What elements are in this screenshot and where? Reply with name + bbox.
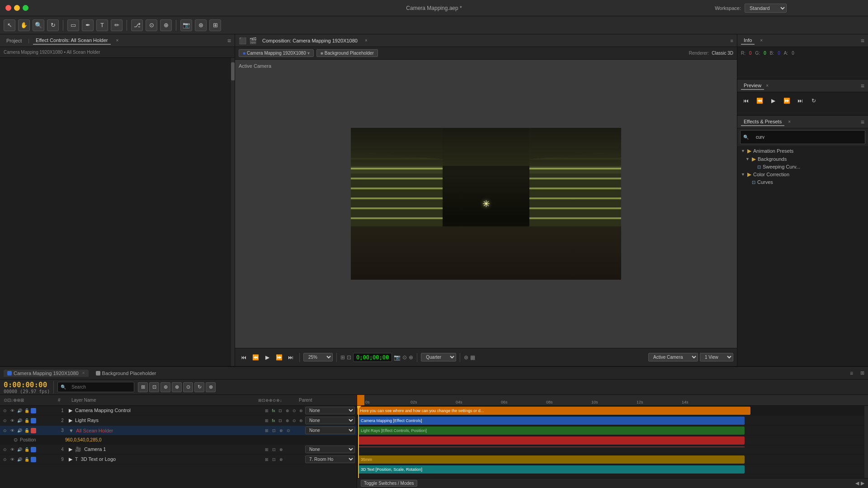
table-row[interactable]: ⊙ 👁 🔊 🔓 2 ▶ Light Rays ⊞ fx ⊡ [0,416,357,426]
animation-presets-folder[interactable]: ▼ ▶ Animation Presets [737,147,868,155]
video-icon[interactable]: 👁 [9,427,15,434]
go-to-end-button[interactable]: ⏭ [286,352,296,362]
hand-tool[interactable]: ✋ [18,19,30,31]
switch-2[interactable]: ⊡ [271,456,277,463]
comp-panel-close[interactable]: × [365,38,368,43]
audio-icon[interactable]: 🔊 [16,408,23,414]
table-row[interactable]: ⊙ 👁 🔊 🔓 4 ▶ 🎥 Camera 1 ⊞ ⊡ [0,445,357,455]
quality-dropdown[interactable]: Quarter [421,353,456,361]
color-correction-folder[interactable]: ▼ ▶ Color Correction [737,170,868,178]
expand-icon[interactable]: ▶ [69,446,72,452]
switch-3[interactable]: ⊕ [278,427,284,434]
composition-tab[interactable]: Composition: Camera Mapping 1920X1080 [259,37,360,44]
timeline-comp-close[interactable]: × [82,371,85,375]
lock-icon[interactable]: 🔓 [24,408,30,414]
switch-3[interactable]: ⊡ [278,408,283,414]
solo-icon[interactable]: ⊙ [2,427,8,434]
nav-left-icon[interactable]: ◀ [855,480,859,486]
composition-view[interactable]: Active Camera ✳ [235,60,737,348]
switch-2[interactable]: ⊡ [271,446,277,453]
curves-item[interactable]: ⊡ Curves [737,178,868,186]
effects-tab[interactable]: Effects & Presets [741,118,784,126]
scrollbar-thumb[interactable] [231,62,235,80]
expand-icon[interactable]: ▶ [69,408,72,413]
layer-9-parent[interactable]: 7. Room Ho [305,455,355,463]
step-back-button[interactable]: ⏪ [250,352,260,362]
selection-tool[interactable]: ↖ [4,19,15,31]
fx-switch[interactable]: fx [270,418,276,424]
preview-menu-button[interactable]: ≡ [861,82,864,89]
table-row[interactable]: ⊙ 👁 🔊 🔓 1 ▶ Camera Mapping Control ⊞ fx [0,406,357,416]
switch-3[interactable]: ⊕ [278,446,284,453]
orbit-tool[interactable]: ⊛ [195,19,207,31]
switch-1[interactable]: ⊞ [264,418,269,424]
video-icon[interactable]: 👁 [9,408,15,414]
switch-4[interactable]: ⊕ [284,408,290,414]
video-icon[interactable]: 👁 [9,418,15,424]
effects-search-input[interactable] [753,133,859,141]
timeline-tab-comp[interactable]: Camera Mapping 1920X1080 × [4,370,89,377]
timeline-options-icon[interactable]: ⊞ [860,370,864,376]
preview-go-start[interactable]: ⏮ [741,96,751,106]
go-to-start-button[interactable]: ⏮ [239,352,249,362]
text-tool[interactable]: T [96,19,108,31]
timeline-search-input[interactable] [68,383,132,391]
clone-tool[interactable]: ⎇ [131,19,143,31]
zoom-tool[interactable]: 🔍 [33,19,44,31]
track-scrollbar[interactable] [864,406,868,478]
layer-3-parent[interactable]: None [305,427,355,434]
video-icon[interactable]: 👁 [9,446,15,453]
nav-right-icon[interactable]: ▶ [861,480,864,486]
rotate-tool[interactable]: ↻ [47,19,59,31]
maximize-button[interactable] [23,5,28,11]
switch-6[interactable]: ⊛ [298,418,304,424]
effects-close[interactable]: × [788,119,791,124]
switch-1[interactable]: ⊞ [264,456,270,463]
solo-icon[interactable]: ⊙ [2,408,8,414]
preview-close[interactable]: × [766,83,769,88]
video-icon[interactable]: 👁 [9,456,15,463]
preview-go-end[interactable]: ⏭ [795,96,805,106]
switch-3[interactable]: ⊡ [278,418,283,424]
solo-icon[interactable]: ⊙ [2,418,8,424]
solo-icon[interactable]: ⊙ [2,446,8,453]
timeline-tool-5[interactable]: ⊙ [183,382,193,392]
switch-1[interactable]: ⊞ [264,408,269,414]
switch-4[interactable]: ⊕ [284,418,290,424]
timeline-tool-7[interactable]: ⊗ [206,382,216,392]
effect-controls-scrollbar[interactable] [231,58,235,366]
puppet-tool[interactable]: ⊕ [160,19,172,31]
workspace-dropdown[interactable]: Standard [745,4,787,13]
pen-tool[interactable]: ✒ [82,19,94,31]
audio-icon[interactable]: 🔊 [16,446,23,453]
expand-icon[interactable]: ▶ [69,418,72,423]
lock-icon[interactable]: 🔓 [24,456,30,463]
views-dropdown[interactable]: 1 View [700,353,733,361]
switch-5[interactable]: ⊙ [291,418,297,424]
pan-tool[interactable]: ⊞ [209,19,221,31]
timeline-tool-1[interactable]: ⊞ [138,382,148,392]
preview-play[interactable]: ▶ [768,96,778,106]
timeline-tool-4[interactable]: ⊕ [172,382,182,392]
toggle-switches-modes[interactable]: Toggle Switches / Modes [361,480,417,487]
timecode-display[interactable]: 0;00;00;00 [353,353,392,362]
viewer-tab-comp[interactable]: ■ Camera Mapping 1920X1080 ▾ [239,49,314,57]
preview-loop[interactable]: ↻ [809,96,819,106]
zoom-dropdown[interactable]: 25% [303,353,333,361]
audio-icon[interactable]: 🔊 [16,418,23,424]
step-forward-button[interactable]: ⏩ [274,352,284,362]
switch-3[interactable]: ⊕ [278,456,284,463]
layer-4-parent[interactable]: None [305,446,355,453]
fx-switch[interactable]: fx [270,408,276,414]
backgrounds-folder[interactable]: ▼ ▶ Backgrounds [737,155,868,163]
camera-dropdown[interactable]: Active Camera [648,353,698,361]
audio-icon[interactable]: 🔊 [16,456,23,463]
minimize-button[interactable] [14,5,20,11]
sweeping-curve-item[interactable]: ⊡ Sweeping Curv... [737,163,868,170]
switch-4[interactable]: ⊙ [285,427,292,434]
project-tab[interactable]: Project [4,37,24,44]
info-close[interactable]: × [760,38,763,43]
brush-tool[interactable]: ✏ [111,19,123,31]
effect-controls-close[interactable]: × [116,38,119,43]
rect-tool[interactable]: ▭ [67,19,79,31]
